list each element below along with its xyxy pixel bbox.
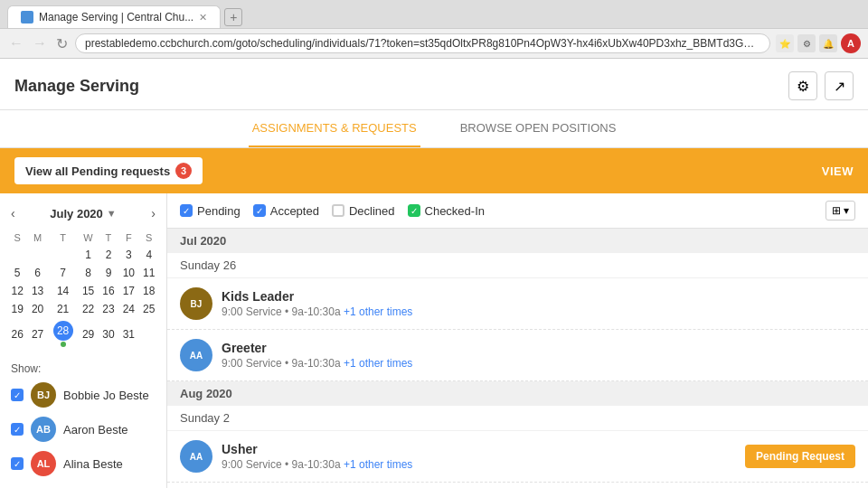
cal-day-27[interactable]: 27 [27,318,47,350]
tab-close-btn[interactable]: ✕ [199,12,207,23]
page-title: Manage Serving [14,77,139,96]
cal-day-3[interactable]: 3 [118,246,138,264]
app-header: Manage Serving ⚙ ↗ [0,59,868,110]
schedule-area: Pending Accepted Declined Checked-In [167,193,868,488]
cal-day-17[interactable]: 17 [118,282,138,300]
cal-day-header-sun: S [7,230,27,246]
filter-accepted-checkbox[interactable] [253,204,266,217]
show-person-0[interactable]: BJ Bobbie Jo Beste [11,382,156,408]
cal-day-30[interactable]: 30 [99,318,118,350]
ext-btn-1[interactable]: ⭐ [776,34,794,52]
calendar-month-label: July 2020 ▼ [50,207,116,221]
cal-day-7[interactable]: 7 [48,264,79,282]
assignment-avatar: BJ [180,287,212,320]
browser-actions: ⭐ ⚙ 🔔 A [776,33,861,53]
person-name-2: Alina Beste [63,457,123,471]
assignment-avatar: AA [180,440,212,473]
assignment-item: AA Usher 9:00 Service • 9a-10:30a +1 oth… [167,431,868,483]
cal-day-26[interactable]: 26 [7,318,27,350]
ext-btn-2[interactable]: ⚙ [797,34,816,52]
cal-day-20[interactable]: 20 [27,300,47,318]
cal-day-21[interactable]: 21 [48,300,79,318]
person-checkbox-2[interactable] [11,457,24,470]
cal-day-28[interactable]: 28 [48,318,79,350]
assignment-info: Usher 9:00 Service • 9a-10:30a +1 other … [222,442,736,471]
filter-checkedin-label: Checked-In [425,204,485,218]
main-content: ‹ July 2020 ▼ › S M T W T [0,193,868,488]
other-times-link[interactable]: +1 other times [344,458,412,471]
cal-day-15[interactable]: 15 [78,282,98,300]
other-times-link[interactable]: +1 other times [344,305,412,318]
settings-button[interactable]: ⚙ [788,71,817,100]
filter-accepted[interactable]: Accepted [253,204,319,218]
show-person-1[interactable]: AB Aaron Beste [11,417,156,442]
profile-button[interactable]: A [841,33,861,53]
cal-day-4[interactable]: 4 [139,246,159,264]
pending-badge: 3 [175,163,192,179]
url-bar[interactable]: prestabledemo.ccbchurch.com/goto/schedul… [75,33,770,53]
calendar-grid: S M T W T F S 12345678910111213141516171… [7,230,159,350]
cal-day-10[interactable]: 10 [118,264,138,282]
cal-day-empty [48,246,79,264]
filter-checkedin-checkbox[interactable] [408,204,420,217]
share-button[interactable]: ↗ [825,71,854,100]
pending-request-button[interactable]: Pending Request [745,445,855,468]
view-link[interactable]: VIEW [822,164,854,178]
filter-declined-checkbox[interactable] [332,204,344,217]
cal-day-empty [139,318,159,350]
cal-day-header-mon: M [27,230,47,246]
browser-chrome: Manage Serving | Central Chu... ✕ + ← → … [0,0,868,59]
show-person-2[interactable]: AL Alina Beste [11,451,156,476]
filter-pending-checkbox[interactable] [180,204,193,217]
cal-day-16[interactable]: 16 [99,282,118,300]
cal-day-24[interactable]: 24 [118,300,138,318]
pending-banner: View all Pending requests 3 VIEW [0,148,868,193]
filter-accepted-label: Accepted [270,204,319,218]
ext-btn-3[interactable]: 🔔 [819,34,837,52]
cal-day-2[interactable]: 2 [99,246,118,264]
tab-assignments[interactable]: ASSIGNMENTS & REQUESTS [249,110,420,147]
filter-pending[interactable]: Pending [180,204,241,218]
cal-day-22[interactable]: 22 [78,300,98,318]
cal-day-23[interactable]: 23 [99,300,118,318]
cal-day-5[interactable]: 5 [7,264,27,282]
calendar-dropdown-icon[interactable]: ▼ [107,208,117,219]
filter-action-btn[interactable]: ⊞ ▾ [826,201,855,221]
refresh-button[interactable]: ↻ [54,35,70,52]
filter-declined[interactable]: Declined [332,204,395,218]
calendar-next-button[interactable]: › [147,204,159,222]
cal-day-13[interactable]: 13 [27,282,47,300]
cal-day-8[interactable]: 8 [78,264,98,282]
cal-day-header-wed: W [78,230,98,246]
filter-checkedin[interactable]: Checked-In [408,204,485,218]
show-label: Show: [11,362,156,375]
person-name-0: Bobbie Jo Beste [63,389,149,402]
schedule-content: Jul 2020Sunday 26 BJ Kids Leader 9:00 Se… [167,229,868,488]
cal-day-11[interactable]: 11 [139,264,159,282]
back-button[interactable]: ← [7,35,25,52]
cal-day-29[interactable]: 29 [78,318,98,350]
assignment-role: Greeter [222,341,855,355]
assignment-avatar: AA [180,339,212,371]
person-checkbox-1[interactable] [11,423,24,436]
cal-day-19[interactable]: 19 [7,300,27,318]
cal-day-31[interactable]: 31 [118,318,138,350]
cal-day-18[interactable]: 18 [139,282,159,300]
pending-requests-button[interactable]: View all Pending requests 3 [14,157,203,184]
cal-day-9[interactable]: 9 [99,264,118,282]
calendar-prev-button[interactable]: ‹ [7,204,19,222]
month-section-0: Jul 2020 [167,229,868,253]
person-checkbox-0[interactable] [11,389,24,401]
other-times-link[interactable]: +1 other times [344,357,412,370]
new-tab-btn[interactable]: + [224,8,242,26]
cal-day-6[interactable]: 6 [27,264,47,282]
tab-browse[interactable]: BROWSE OPEN POSITIONS [457,110,620,147]
assignment-info: Greeter 9:00 Service • 9a-10:30a +1 othe… [222,341,855,370]
tab-label: Manage Serving | Central Chu... [39,11,193,23]
cal-day-1[interactable]: 1 [78,246,98,264]
cal-day-12[interactable]: 12 [7,282,27,300]
forward-button[interactable]: → [31,35,49,52]
cal-day-14[interactable]: 14 [48,282,79,300]
cal-day-25[interactable]: 25 [139,300,159,318]
active-tab[interactable]: Manage Serving | Central Chu... ✕ [7,5,221,28]
